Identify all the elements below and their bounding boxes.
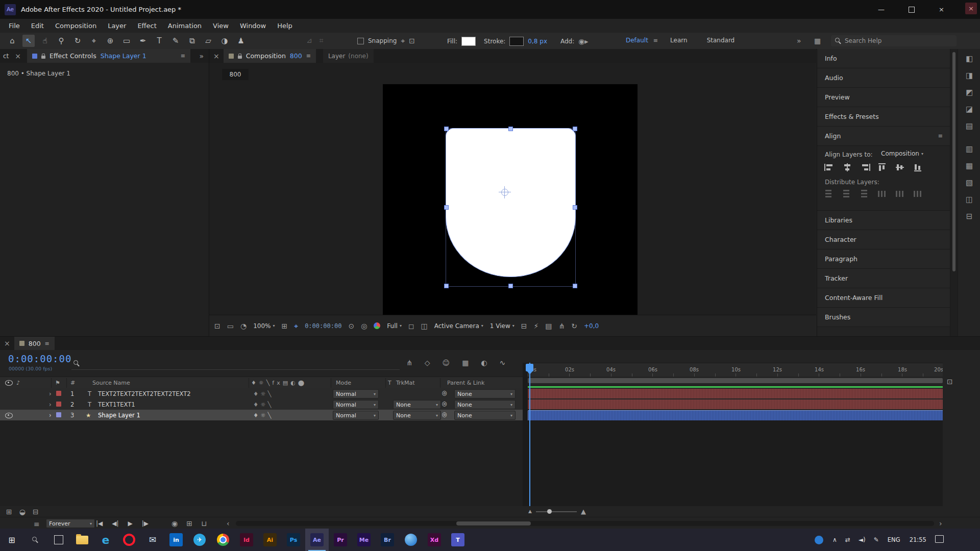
home-tool-icon[interactable]: ⌂: [6, 35, 18, 47]
comp-marker-bin-icon[interactable]: ⊡: [947, 378, 953, 385]
layer-bar-2[interactable]: [528, 399, 943, 409]
channels-icon[interactable]: ◔: [240, 322, 247, 330]
menu-window[interactable]: Window: [234, 19, 272, 33]
pick-whip-icon[interactable]: ◎: [442, 390, 447, 396]
align-to-select[interactable]: Composition▾: [881, 150, 923, 157]
snap-option-icon[interactable]: ⌖: [401, 37, 405, 44]
expand-transfer-icon[interactable]: ◒: [19, 508, 26, 515]
camera-tool-icon[interactable]: ⌖: [88, 35, 100, 47]
scrollbar-thumb[interactable]: [952, 52, 955, 271]
action-center-button[interactable]: [935, 535, 944, 544]
pixel-aspect-icon[interactable]: ⊟: [521, 322, 527, 330]
snapping-checkbox[interactable]: [357, 38, 364, 44]
panel-menu-icon[interactable]: ≡: [181, 53, 185, 59]
dock-panel-icon[interactable]: ◪: [966, 105, 973, 114]
rotate-tool-icon[interactable]: ↻: [71, 35, 84, 47]
layer-name[interactable]: Shape Layer 1: [98, 412, 140, 419]
dock-panel-icon[interactable]: ⊟: [966, 212, 973, 221]
column-parent-link[interactable]: Parent & Link: [447, 380, 484, 386]
language-indicator[interactable]: ENG: [888, 536, 900, 543]
panel-header-align[interactable]: Align ≡: [817, 127, 950, 146]
twirl-icon[interactable]: ›: [49, 412, 52, 419]
menu-effect[interactable]: Effect: [132, 19, 162, 33]
trkmat-select[interactable]: None▾: [393, 400, 441, 409]
taskbar-app-mail[interactable]: ✉: [141, 529, 164, 551]
menu-file[interactable]: File: [3, 19, 26, 33]
overlay-close-icon[interactable]: ×: [965, 3, 977, 14]
hand-tool-icon[interactable]: ☝: [39, 35, 51, 47]
transparency-grid-icon[interactable]: ◫: [421, 322, 428, 330]
dock-panel-icon[interactable]: ◩: [966, 88, 973, 97]
timeline-divider[interactable]: [523, 363, 528, 506]
mode-select[interactable]: Normal▾: [333, 389, 379, 398]
menu-edit[interactable]: Edit: [26, 19, 50, 33]
render-order-icon[interactable]: ≡: [34, 520, 40, 528]
panel-menu-icon[interactable]: ≡: [45, 341, 50, 346]
distribute-h-center-icon[interactable]: [896, 190, 906, 199]
effect-controls-tab[interactable]: Effect Controls Shape Layer 1 ≡: [27, 49, 190, 63]
view-layout-select[interactable]: 1 View▾: [490, 322, 514, 330]
timeline-search-field[interactable]: [71, 357, 400, 370]
workspace-tab-learn[interactable]: Learn: [670, 37, 688, 44]
distribute-left-icon[interactable]: [878, 190, 888, 199]
play-button[interactable]: ▶: [128, 520, 133, 527]
layer-name[interactable]: TEXT2TEXT2TEXT2TEXT2TEXT2: [98, 390, 191, 397]
layer-bar-3-selected[interactable]: [528, 410, 944, 421]
workspace-tab-default[interactable]: Default: [626, 37, 648, 44]
layer-name[interactable]: TEXT1TEXT1: [98, 401, 135, 408]
previous-frame-button[interactable]: ◀|: [112, 520, 118, 527]
panel-header-libraries[interactable]: Libraries: [817, 211, 950, 230]
composition-canvas[interactable]: [383, 84, 638, 315]
close-button[interactable]: ×: [926, 0, 957, 19]
align-top-icon[interactable]: [878, 163, 888, 173]
handle-mid-right[interactable]: [573, 205, 577, 210]
handle-top-left[interactable]: [444, 127, 449, 131]
zoom-select[interactable]: 100%▾: [253, 322, 275, 330]
dock-panel-icon[interactable]: ▥: [966, 144, 973, 154]
taskbar-search-button[interactable]: [23, 529, 47, 551]
menu-view[interactable]: View: [207, 19, 234, 33]
align-v-center-icon[interactable]: [896, 163, 906, 173]
taskbar-app-linkedin[interactable]: in: [164, 529, 188, 551]
dock-panel-icon[interactable]: ◫: [966, 195, 973, 204]
table-row-layer-1[interactable]: › 1 T TEXT2TEXT2TEXT2TEXT2TEXT2 ♦☼╲ Norm…: [0, 388, 523, 399]
work-area-bar[interactable]: [528, 378, 943, 383]
twirl-icon[interactable]: ›: [49, 390, 52, 397]
lock-icon[interactable]: [238, 56, 242, 59]
layer-tab[interactable]: Layer (none): [323, 49, 374, 63]
taskbar-app-chrome[interactable]: [211, 529, 235, 551]
menu-layer[interactable]: Layer: [102, 19, 132, 33]
timeline-timecode[interactable]: 0:00:00:00: [8, 353, 71, 364]
track-camera-icon[interactable]: ⌗: [320, 37, 324, 44]
layer-color-chip[interactable]: [56, 412, 61, 417]
composition-tab[interactable]: Composition 800 ≡: [224, 49, 316, 63]
taskbar-app-telegram[interactable]: ✈: [188, 529, 211, 551]
anchor-point[interactable]: [501, 189, 508, 196]
taskbar-app-browser[interactable]: [399, 529, 423, 551]
layer-switches[interactable]: ♦☼╲: [253, 412, 274, 419]
taskbar-app-photoshop[interactable]: Ps: [282, 529, 305, 551]
layer-bar-1[interactable]: [528, 389, 943, 398]
column-source-name[interactable]: Source Name: [92, 380, 130, 386]
type-tool-icon[interactable]: T: [153, 35, 165, 47]
maximize-button[interactable]: [896, 0, 926, 19]
workspace-tab-standard[interactable]: Standard: [707, 37, 735, 44]
layer-color-chip[interactable]: [56, 402, 61, 407]
pick-whip-icon[interactable]: ◎: [442, 412, 447, 418]
taskbar-app-teams[interactable]: T: [446, 529, 470, 551]
timeline-zoom-slider[interactable]: [536, 511, 577, 512]
help-search-field[interactable]: Search Help: [831, 35, 957, 46]
stroke-width-value[interactable]: 0,8 px: [528, 38, 547, 45]
menu-animation[interactable]: Animation: [162, 19, 207, 33]
fast-previews-icon[interactable]: ⚡: [533, 322, 538, 330]
rectangle-tool-icon[interactable]: ▭: [120, 35, 133, 47]
sidebar-scrollbar[interactable]: [950, 49, 958, 336]
pen-input-icon[interactable]: ✎: [874, 536, 879, 543]
zoom-tool-icon[interactable]: ⚲: [55, 35, 67, 47]
mini-timeline-icon[interactable]: ▤: [545, 322, 552, 330]
clone-stamp-tool-icon[interactable]: ⧉: [186, 35, 198, 47]
selection-tool-icon[interactable]: ↖: [22, 35, 35, 47]
tab-close-icon[interactable]: ×: [209, 53, 224, 60]
taskbar-app-media-encoder[interactable]: Me: [352, 529, 376, 551]
panel-header-brushes[interactable]: Brushes: [817, 308, 950, 327]
